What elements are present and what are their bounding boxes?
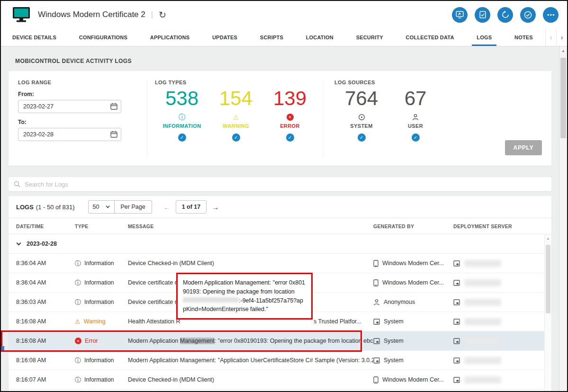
- server-icon: [453, 357, 460, 364]
- tab-applications[interactable]: APPLICATIONS: [150, 28, 189, 46]
- error-message-tooltip: Modern Application Management: "error 0x…: [176, 273, 313, 320]
- device-icon: [373, 376, 379, 383]
- information-filter-checkbox[interactable]: ✓: [178, 134, 186, 142]
- table-scrollbar-thumb[interactable]: [546, 245, 550, 313]
- error-filter-checkbox[interactable]: ✓: [286, 134, 294, 142]
- tab-updates[interactable]: UPDATES: [212, 28, 237, 46]
- logs-toolbar: LOGS (1 - 50 of 831) 50 Per Page ← 1 of …: [9, 196, 551, 218]
- sync-device-button[interactable]: [497, 7, 513, 23]
- generated-by: System: [373, 318, 453, 325]
- page-scrollbar-thumb[interactable]: [560, 58, 566, 138]
- user-filter-checkbox[interactable]: ✓: [412, 134, 420, 142]
- redacted-server-name: [464, 357, 501, 364]
- system-filter-checkbox[interactable]: ✓: [358, 134, 366, 142]
- log-types-label: LOG TYPES: [155, 80, 323, 85]
- tab-location[interactable]: LOCATION: [306, 28, 334, 46]
- calendar-icon[interactable]: [110, 103, 117, 112]
- tab-security[interactable]: SECURITY: [356, 28, 383, 46]
- column-deployment-server: DEPLOYMENT SERVER: [453, 223, 551, 229]
- to-date-input[interactable]: [18, 128, 121, 141]
- error-stat: 139 ✕ ERROR ✓: [263, 87, 317, 142]
- information-icon: ⓘ: [75, 280, 81, 286]
- sync-icon: [501, 10, 510, 19]
- generated-by: Windows Modern Cer...: [373, 260, 453, 267]
- redacted-server-name: [464, 299, 501, 306]
- remote-view-button[interactable]: [452, 7, 468, 23]
- table-row[interactable]: 8:16:07 AM ⓘ Information Device Checked-…: [9, 370, 551, 390]
- server-icon: [453, 280, 460, 286]
- page-indicator[interactable]: 1 of 17: [176, 200, 207, 214]
- refresh-icon[interactable]: ↻: [159, 10, 166, 19]
- table-row[interactable]: 8:16:08 AM ⓘ Information Modern Applicat…: [9, 351, 551, 370]
- highlighted-text: Management: [180, 338, 215, 344]
- logs-result-range: (1 - 50 of 831): [36, 204, 75, 211]
- generated-by: Windows Modern Cer...: [373, 279, 453, 286]
- warning-stat: 154 ⚠ WARNING ✓: [209, 87, 263, 142]
- deployment-server: [453, 376, 551, 383]
- check-circle-icon: [524, 11, 532, 19]
- information-icon: ⓘ: [155, 113, 209, 121]
- information-stat: 538 ⓘ INFORMATION ✓: [155, 87, 209, 142]
- column-datetime: DATE/TIME: [16, 223, 75, 229]
- log-type: ⓘ Information: [75, 376, 128, 383]
- tab-bar: DEVICE DETAILS CONFIGURATIONS APPLICATIO…: [1, 28, 567, 46]
- selection-handle: [1, 346, 4, 350]
- title-separator: |: [151, 10, 153, 19]
- tab-scroll-right-icon[interactable]: ›: [556, 28, 567, 46]
- device-report-button[interactable]: [475, 7, 490, 23]
- per-page-select[interactable]: 50: [88, 200, 115, 214]
- table-scrollbar[interactable]: ▲: [544, 234, 551, 391]
- generated-by: Windows Modern Cer...: [373, 376, 453, 383]
- date-group-row[interactable]: 2023-02-28: [9, 234, 551, 254]
- column-message: MESSAGE: [128, 223, 373, 229]
- collapse-chevron-icon[interactable]: [17, 241, 21, 245]
- search-input[interactable]: [25, 181, 546, 188]
- redacted-server-name: [464, 279, 501, 286]
- scroll-up-icon[interactable]: ▲: [545, 234, 551, 240]
- generated-by-label: System: [384, 338, 404, 344]
- apply-button[interactable]: APPLY: [505, 140, 542, 155]
- warning-filter-checkbox[interactable]: ✓: [232, 134, 240, 142]
- more-actions-button[interactable]: ⋯: [543, 7, 559, 23]
- log-type: ✕ Error: [75, 338, 128, 344]
- information-icon: ⓘ: [75, 377, 81, 383]
- log-type-label: Information: [84, 299, 114, 305]
- page-scrollbar[interactable]: ▲: [559, 46, 567, 391]
- previous-page-button[interactable]: ←: [163, 203, 171, 211]
- deployment-server: [453, 357, 551, 364]
- column-type: TYPE: [75, 223, 128, 229]
- next-page-button[interactable]: →: [212, 203, 219, 211]
- table-row-error-selected[interactable]: 8:16:08 AM ✕ Error Modern Application Ma…: [9, 331, 551, 351]
- table-row[interactable]: 8:36:04 AM ⓘ Information Device Checked-…: [9, 254, 551, 273]
- pagination: ← 1 of 17 →: [163, 200, 219, 214]
- tab-scripts[interactable]: SCRIPTS: [260, 28, 283, 46]
- tab-scroll-controls: ‹ ›: [545, 28, 567, 46]
- tab-configurations[interactable]: CONFIGURATIONS: [79, 28, 127, 46]
- information-icon: ⓘ: [75, 299, 81, 305]
- table-header-row: DATE/TIME TYPE MESSAGE GENERATED BY DEPL…: [9, 218, 551, 234]
- system-stat: 764 SYSTEM ✓: [334, 87, 388, 142]
- scroll-up-icon[interactable]: ▲: [559, 46, 567, 53]
- log-type-label: Information: [84, 279, 114, 286]
- log-type-label: Error: [85, 338, 98, 344]
- log-time: 8:16:07 AM: [16, 376, 75, 383]
- app-window: Windows Modern Certificate 2 | ↻: [0, 0, 568, 392]
- tooltip-content: Modern Application Management: "error 0x…: [183, 279, 305, 295]
- tab-device-details[interactable]: DEVICE DETAILS: [12, 28, 56, 46]
- remote-view-icon: [456, 11, 464, 18]
- log-type-label: Information: [84, 260, 114, 267]
- tab-logs[interactable]: LOGS: [477, 28, 492, 46]
- check-in-button[interactable]: [520, 7, 536, 23]
- calendar-icon[interactable]: [110, 131, 117, 140]
- tab-notes[interactable]: NOTES: [514, 28, 533, 46]
- tab-scroll-left-icon[interactable]: ‹: [546, 28, 556, 46]
- generated-by: System: [373, 357, 453, 364]
- log-type: ⓘ Information: [75, 299, 128, 305]
- tab-collected-data[interactable]: COLLECTED DATA: [406, 28, 454, 46]
- log-type: ⓘ Information: [75, 260, 128, 267]
- from-date-input[interactable]: [18, 100, 121, 113]
- error-icon: ✕: [75, 338, 81, 344]
- page-title: MOBICONTROL DEVICE ACTIVITY LOGS: [15, 58, 551, 64]
- search-icon: [14, 181, 20, 187]
- error-icon: ✕: [263, 113, 317, 121]
